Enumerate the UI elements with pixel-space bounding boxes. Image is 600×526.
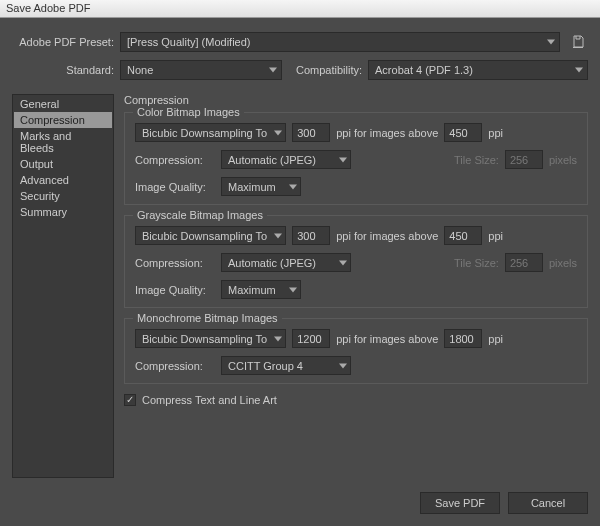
save-preset-icon[interactable] (568, 32, 588, 52)
mono-comp-select[interactable]: CCITT Group 4 (221, 356, 351, 375)
color-above-input[interactable] (444, 123, 482, 142)
color-bitmap-group: Color Bitmap Images Bicubic Downsampling… (124, 112, 588, 205)
chevron-down-icon (575, 68, 583, 73)
color-quality-select[interactable]: Maximum (221, 177, 301, 196)
chevron-down-icon (274, 233, 282, 238)
chevron-down-icon (339, 260, 347, 265)
sidebar-item-output[interactable]: Output (14, 156, 112, 172)
gray-quality-label: Image Quality: (135, 284, 215, 296)
gray-above-input[interactable] (444, 226, 482, 245)
color-pixels: pixels (549, 154, 577, 166)
gray-quality-select[interactable]: Maximum (221, 280, 301, 299)
color-ppi-suffix: ppi (488, 127, 503, 139)
compat-label: Compatibility: (296, 64, 362, 76)
sidebar: General Compression Marks and Bleeds Out… (12, 94, 114, 478)
mono-comp-label: Compression: (135, 360, 215, 372)
color-tile-label: Tile Size: (454, 154, 499, 166)
sidebar-item-marks-and-bleeds[interactable]: Marks and Bleeds (14, 128, 112, 156)
preset-label: Adobe PDF Preset: (12, 36, 120, 48)
gray-comp-label: Compression: (135, 257, 215, 269)
mono-above-label: ppi for images above (336, 333, 438, 345)
sidebar-item-summary[interactable]: Summary (14, 204, 112, 220)
color-quality-label: Image Quality: (135, 181, 215, 193)
chevron-down-icon (274, 130, 282, 135)
chevron-down-icon (339, 157, 347, 162)
monochrome-bitmap-group: Monochrome Bitmap Images Bicubic Downsam… (124, 318, 588, 384)
sidebar-item-security[interactable]: Security (14, 188, 112, 204)
chevron-down-icon (269, 68, 277, 73)
gray-ppi-input[interactable] (292, 226, 330, 245)
dialog-body: Adobe PDF Preset: [Press Quality] (Modif… (0, 18, 600, 526)
color-tile-input (505, 150, 543, 169)
gray-comp-select[interactable]: Automatic (JPEG) (221, 253, 351, 272)
gray-ppi-suffix: ppi (488, 230, 503, 242)
chevron-down-icon (289, 287, 297, 292)
color-method-select[interactable]: Bicubic Downsampling To (135, 123, 286, 142)
mono-method-select[interactable]: Bicubic Downsampling To (135, 329, 286, 348)
color-above-label: ppi for images above (336, 127, 438, 139)
chevron-down-icon (547, 40, 555, 45)
window-title: Save Adobe PDF (6, 2, 90, 14)
color-legend: Color Bitmap Images (133, 106, 244, 118)
mono-above-input[interactable] (444, 329, 482, 348)
gray-method-select[interactable]: Bicubic Downsampling To (135, 226, 286, 245)
sidebar-item-compression[interactable]: Compression (14, 112, 112, 128)
compress-text-checkbox[interactable]: ✓ (124, 394, 136, 406)
standard-value: None (127, 64, 153, 76)
mono-ppi-suffix: ppi (488, 333, 503, 345)
chevron-down-icon (339, 363, 347, 368)
mono-ppi-input[interactable] (292, 329, 330, 348)
preset-value: [Press Quality] (Modified) (127, 36, 250, 48)
title-bar: Save Adobe PDF (0, 0, 600, 18)
standard-label: Standard: (12, 64, 120, 76)
sidebar-item-general[interactable]: General (14, 96, 112, 112)
compat-value: Acrobat 4 (PDF 1.3) (375, 64, 473, 76)
content-panel: Compression Color Bitmap Images Bicubic … (124, 94, 588, 478)
gray-tile-label: Tile Size: (454, 257, 499, 269)
color-comp-select[interactable]: Automatic (JPEG) (221, 150, 351, 169)
section-title: Compression (124, 94, 588, 106)
color-comp-label: Compression: (135, 154, 215, 166)
chevron-down-icon (289, 184, 297, 189)
mono-legend: Monochrome Bitmap Images (133, 312, 282, 324)
sidebar-item-advanced[interactable]: Advanced (14, 172, 112, 188)
color-ppi-input[interactable] (292, 123, 330, 142)
cancel-button[interactable]: Cancel (508, 492, 588, 514)
gray-tile-input (505, 253, 543, 272)
compat-select[interactable]: Acrobat 4 (PDF 1.3) (368, 60, 588, 80)
save-pdf-button[interactable]: Save PDF (420, 492, 500, 514)
grayscale-bitmap-group: Grayscale Bitmap Images Bicubic Downsamp… (124, 215, 588, 308)
standard-select[interactable]: None (120, 60, 282, 80)
gray-legend: Grayscale Bitmap Images (133, 209, 267, 221)
gray-above-label: ppi for images above (336, 230, 438, 242)
preset-select[interactable]: [Press Quality] (Modified) (120, 32, 560, 52)
compress-text-label: Compress Text and Line Art (142, 394, 277, 406)
chevron-down-icon (274, 336, 282, 341)
gray-pixels: pixels (549, 257, 577, 269)
